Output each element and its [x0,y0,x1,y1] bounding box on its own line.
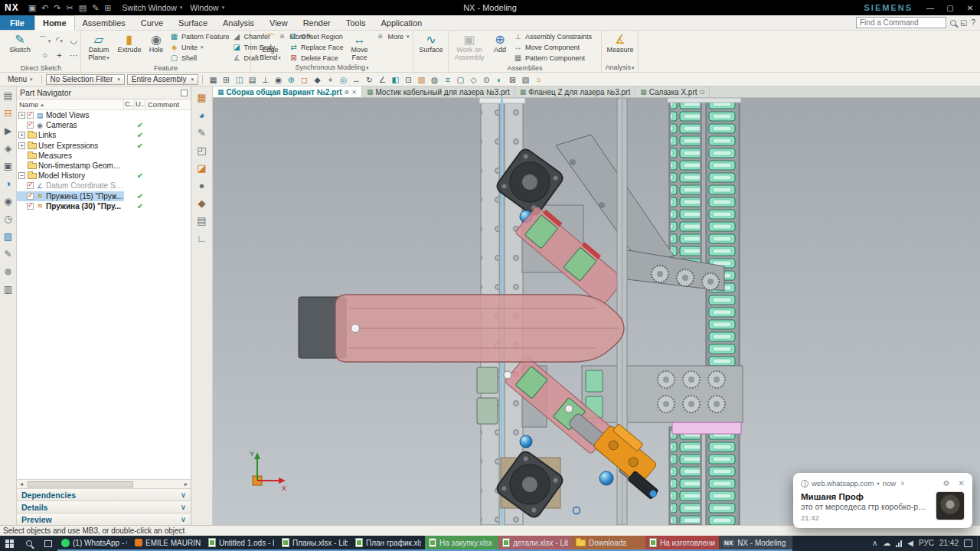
resource-bar-icon[interactable]: ▤ [4,91,12,101]
tree-row-measures[interactable]: Measures [17,151,191,161]
quick-access-icon[interactable]: ↷ [54,1,60,15]
palette-bar-icon[interactable]: ◆ [198,198,206,209]
resource-bar-icon[interactable]: ⊟ [4,109,11,119]
replace-face-button[interactable]: ⇄Replace Face [289,42,344,52]
toolbar-icon[interactable]: ◧ [389,75,402,84]
part-tab-active[interactable]: ▦ Сборка общая Вариант №2.prt ⊙ ✕ [213,86,362,97]
toolbar-icon[interactable]: ◫ [233,75,246,84]
tree-row-cameras[interactable]: ✓◉Cameras ✔ [17,120,191,130]
scrollbar-thumb[interactable] [28,481,133,487]
close-button[interactable]: ✕ [960,0,980,15]
tree-row-spring-15[interactable]: ✓≋Пружина (15) "Пруж... ✔ [17,191,191,201]
close-icon[interactable]: ✕ [959,479,965,487]
resource-bar-icon[interactable]: ◈ [5,144,11,154]
cloud-icon[interactable]: ☁ [883,540,890,547]
collapse-icon[interactable]: − [18,172,25,179]
toolbar-icon[interactable]: ▧ [519,75,532,84]
line-tool-icon[interactable]: ◜▾ [56,35,63,45]
toolbar-icon[interactable]: ◎ [337,75,350,84]
toolbar-icon[interactable]: ≡ [441,75,454,84]
taskbar-item-whatsapp[interactable]: (1) WhatsApp - G... [57,536,131,551]
checkbox-icon[interactable]: ✓ [27,203,34,210]
toolbar-icon[interactable]: ▢ [454,75,467,84]
close-icon[interactable]: ✕ [351,89,357,96]
toolbar-icon[interactable]: ◻ [298,75,311,84]
quick-access-icon[interactable]: ▤ [79,1,87,15]
graphics-viewport[interactable]: Y X [213,98,980,525]
expand-icon[interactable]: + [18,132,25,139]
guide-block[interactable] [477,398,498,424]
checkbox-icon[interactable]: ✓ [27,182,34,189]
gear-icon[interactable]: ⚙ [943,479,950,487]
ball-joint-clamp[interactable] [599,471,613,485]
taskbar-item-nx-modeling[interactable]: NXNX - Modeling [719,536,792,551]
action-center-icon[interactable] [964,540,972,547]
toolbar-icon[interactable]: ◉ [272,75,285,84]
nozzle-tip[interactable] [650,491,657,497]
tab-curve[interactable]: Curve [133,15,171,30]
switch-window-menu[interactable]: Switch Window▾ [122,3,183,12]
tab-home[interactable]: Home [34,15,75,31]
palette-bar-icon[interactable]: ● [199,181,205,191]
tree-row-datum-csys[interactable]: ✓∠Datum Coordinate Sy... [17,181,191,191]
part-tab[interactable]: ▦Салазка X.prt⊡ [635,86,710,97]
taskbar-item-plany-xlsx[interactable]: Планы.xlsx - Libre... [278,536,351,551]
tab-file[interactable]: File [0,15,34,30]
energy-chain-right[interactable] [706,98,740,525]
section-preview[interactable]: Preview∨ [17,513,191,525]
checkbox-icon[interactable]: ✓ [27,122,34,129]
pin-icon[interactable]: ⊙ [345,89,350,96]
tab-analysis[interactable]: Analysis [215,15,262,30]
expand-icon[interactable]: + [18,112,25,119]
pivot-hole[interactable] [504,371,511,379]
toolbar-icon[interactable]: ○ [532,75,545,84]
resource-bar-icon[interactable]: ▣ [4,161,12,171]
toolbar-icon[interactable]: ▤ [246,75,259,84]
taskbar-item-detali-xlsx[interactable]: детали.xlsx - Libre... [498,536,572,551]
point-tool-icon[interactable]: + [57,51,61,60]
unite-button[interactable]: ◈Unite▾ [169,42,230,52]
move-face-button[interactable]: ↔ Move Face [346,31,374,61]
tree-row-model-views[interactable]: +✓▤Model Views [17,110,191,120]
navigator-horizontal-scrollbar[interactable]: ◂ ▸ [17,479,191,488]
clock[interactable]: 21:42 [939,540,959,547]
resource-bar-icon[interactable]: ◷ [4,214,11,224]
toolbar-icon[interactable]: ◆ [311,75,324,84]
palette-bar-icon[interactable]: ◕ [199,110,205,121]
taskbar-item-downloads[interactable]: Downloads [572,536,645,551]
tree-row-user-expressions[interactable]: +User Expressions ✔ [17,141,191,151]
menu-button[interactable]: Menu▾ [3,74,38,84]
toolbar-icon[interactable]: ⊠ [506,75,519,84]
profile-tool-icon[interactable]: ⌒▾ [39,34,51,46]
tree-row-model-history[interactable]: −Model History ✔ [17,171,191,181]
palette-bar-icon[interactable]: ▤ [197,216,206,227]
task-view-button[interactable] [38,536,57,551]
help-icon[interactable]: ? [971,18,975,27]
tab-application[interactable]: Application [373,15,430,30]
checkbox-icon[interactable]: ✓ [27,193,34,200]
panel-pin-icon[interactable] [181,90,188,96]
more-sketch-icon[interactable]: ⋯ [70,51,78,60]
circle-tool-icon[interactable]: ○ [42,51,47,60]
tab-tools[interactable]: Tools [338,15,374,30]
toolbar-icon[interactable]: ⊡ [402,75,415,84]
taskbar-item-na-izgotovlenie[interactable]: На изготовление [645,536,719,551]
tree-row-non-timestamp-geometry[interactable]: Non-timestamp Geometry [17,161,191,171]
selection-filter-dropdown[interactable]: No Selection Filter▾ [46,74,125,85]
toolbar-icon[interactable]: ⊕ [285,75,298,84]
sketch-button[interactable]: ✎ Sketch [5,31,35,54]
column-c[interactable]: C... [124,99,135,109]
surface-button[interactable]: ∿ Surface [416,31,446,54]
notification-popup[interactable]: web.whatsapp.com • now ∨ ⚙ ✕ Мишаня Проф… [793,473,972,528]
tree-row-links[interactable]: +Links ✔ [17,130,191,140]
resource-bar-icon[interactable]: ▥ [4,285,12,295]
section-details[interactable]: Details∨ [17,500,191,513]
scroll-right-icon[interactable]: ▸ [181,481,191,487]
hidden-icons-chevron[interactable]: ∧ [872,540,877,547]
toolbar-icon[interactable]: ⊞ [220,75,233,84]
toolbar-icon[interactable]: ↻ [363,75,376,84]
section-dependencies[interactable]: Dependencies∨ [17,488,191,500]
quick-access-icon[interactable]: ⊞ [104,1,111,15]
palette-bar-icon[interactable]: ◪ [197,163,206,174]
toolbar-icon[interactable]: ⊥ [259,75,272,84]
